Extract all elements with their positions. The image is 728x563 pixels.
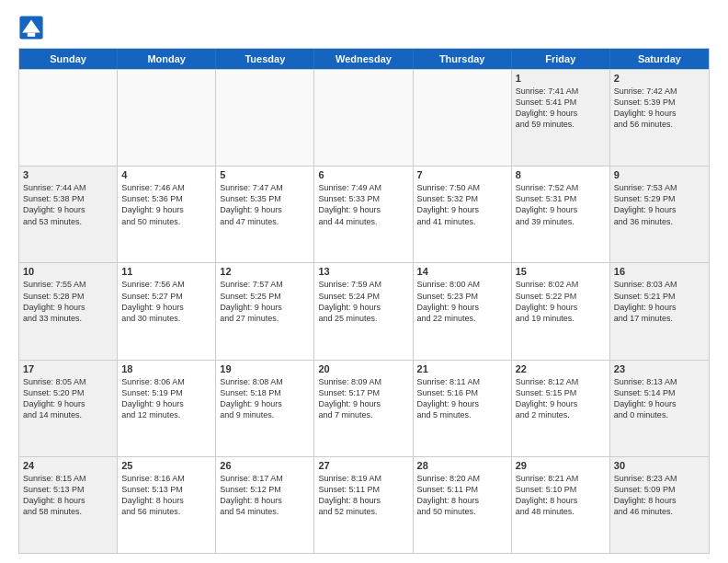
cell-info-line: Sunrise: 7:52 AM <box>516 182 606 193</box>
day-cell-12: 12Sunrise: 7:57 AMSunset: 5:25 PMDayligh… <box>216 263 314 359</box>
cell-info-line: and 14 minutes. <box>23 409 113 420</box>
day-cell-20: 20Sunrise: 8:09 AMSunset: 5:17 PMDayligh… <box>314 361 413 456</box>
day-number: 10 <box>23 266 113 277</box>
cell-info-line: and 39 minutes. <box>516 216 606 227</box>
cell-info-line: Sunrise: 7:59 AM <box>318 279 408 290</box>
cell-info-line: Daylight: 9 hours <box>318 302 408 313</box>
cell-info-line: Sunset: 5:20 PM <box>23 387 113 398</box>
day-number: 27 <box>318 460 408 471</box>
cell-info-line: and 22 minutes. <box>417 313 507 324</box>
svg-rect-2 <box>28 33 35 37</box>
cell-info-line: and 50 minutes. <box>121 216 211 227</box>
cell-info-line: Sunrise: 7:42 AM <box>614 86 705 97</box>
calendar-row-2: 3Sunrise: 7:44 AMSunset: 5:38 PMDaylight… <box>19 166 709 262</box>
cell-info-line: and 27 minutes. <box>220 313 310 324</box>
cell-info-line: Sunrise: 7:57 AM <box>220 279 310 290</box>
day-number: 4 <box>121 169 211 180</box>
day-cell-19: 19Sunrise: 8:08 AMSunset: 5:18 PMDayligh… <box>216 361 314 456</box>
day-cell-10: 10Sunrise: 7:55 AMSunset: 5:28 PMDayligh… <box>19 263 118 359</box>
calendar-row-5: 24Sunrise: 8:15 AMSunset: 5:13 PMDayligh… <box>19 456 709 553</box>
cell-info-line: and 41 minutes. <box>417 216 507 227</box>
empty-cell <box>414 70 512 166</box>
cell-info-line: Sunset: 5:12 PM <box>220 484 310 495</box>
day-number: 9 <box>614 169 705 180</box>
cell-info-line: Sunrise: 8:21 AM <box>516 473 606 484</box>
cell-info-line: Sunset: 5:17 PM <box>318 387 408 398</box>
cell-info-line: Sunrise: 7:46 AM <box>121 182 211 193</box>
cell-info-line: Daylight: 9 hours <box>121 302 211 313</box>
cell-info-line: Daylight: 9 hours <box>516 398 606 409</box>
day-cell-25: 25Sunrise: 8:16 AMSunset: 5:13 PMDayligh… <box>118 457 216 553</box>
day-cell-26: 26Sunrise: 8:17 AMSunset: 5:12 PMDayligh… <box>216 457 314 553</box>
day-number: 8 <box>516 169 606 180</box>
cell-info-line: Sunrise: 8:03 AM <box>614 279 705 290</box>
cell-info-line: Daylight: 9 hours <box>318 204 408 215</box>
cell-info-line: and 36 minutes. <box>614 216 705 227</box>
cell-info-line: Sunrise: 7:56 AM <box>121 279 211 290</box>
cell-info-line: Sunset: 5:35 PM <box>220 193 310 204</box>
cell-info-line: Sunset: 5:29 PM <box>614 193 705 204</box>
cell-info-line: and 7 minutes. <box>318 409 408 420</box>
day-number: 14 <box>417 266 507 277</box>
cell-info-line: Sunrise: 7:41 AM <box>516 86 606 97</box>
cell-info-line: Daylight: 9 hours <box>23 302 113 313</box>
empty-cell <box>314 70 413 166</box>
cell-info-line: Sunset: 5:39 PM <box>614 97 705 108</box>
day-cell-17: 17Sunrise: 8:05 AMSunset: 5:20 PMDayligh… <box>19 361 118 456</box>
cell-info-line: Sunrise: 7:55 AM <box>23 279 113 290</box>
cell-info-line: Daylight: 9 hours <box>614 108 705 119</box>
day-number: 29 <box>516 460 606 471</box>
cell-info-line: Sunrise: 8:12 AM <box>516 376 606 387</box>
cell-info-line: Sunrise: 8:23 AM <box>614 473 705 484</box>
day-number: 16 <box>614 266 705 277</box>
day-cell-28: 28Sunrise: 8:20 AMSunset: 5:11 PMDayligh… <box>414 457 512 553</box>
cell-info-line: and 25 minutes. <box>318 313 408 324</box>
day-number: 25 <box>121 460 211 471</box>
day-cell-8: 8Sunrise: 7:52 AMSunset: 5:31 PMDaylight… <box>512 167 610 262</box>
day-number: 17 <box>23 363 113 374</box>
cell-info-line: Daylight: 8 hours <box>516 495 606 506</box>
day-header-sunday: Sunday <box>19 49 118 69</box>
day-header-friday: Friday <box>512 49 610 69</box>
cell-info-line: Sunset: 5:13 PM <box>121 484 211 495</box>
cell-info-line: and 33 minutes. <box>23 313 113 324</box>
day-cell-30: 30Sunrise: 8:23 AMSunset: 5:09 PMDayligh… <box>610 457 709 553</box>
cell-info-line: and 17 minutes. <box>614 313 705 324</box>
cell-info-line: Daylight: 9 hours <box>614 302 705 313</box>
cell-info-line: Daylight: 9 hours <box>614 204 705 215</box>
day-header-monday: Monday <box>118 49 216 69</box>
day-number: 12 <box>220 266 310 277</box>
cell-info-line: Sunrise: 7:44 AM <box>23 182 113 193</box>
cell-info-line: Sunset: 5:09 PM <box>614 484 705 495</box>
day-cell-11: 11Sunrise: 7:56 AMSunset: 5:27 PMDayligh… <box>118 263 216 359</box>
day-number: 1 <box>516 73 606 84</box>
calendar-header: SundayMondayTuesdayWednesdayThursdayFrid… <box>19 49 709 69</box>
day-cell-22: 22Sunrise: 8:12 AMSunset: 5:15 PMDayligh… <box>512 361 610 456</box>
day-number: 23 <box>614 363 705 374</box>
day-cell-21: 21Sunrise: 8:11 AMSunset: 5:16 PMDayligh… <box>414 361 512 456</box>
day-cell-24: 24Sunrise: 8:15 AMSunset: 5:13 PMDayligh… <box>19 457 118 553</box>
cell-info-line: Sunrise: 7:50 AM <box>417 182 507 193</box>
cell-info-line: and 47 minutes. <box>220 216 310 227</box>
cell-info-line: Daylight: 9 hours <box>417 398 507 409</box>
cell-info-line: Sunset: 5:11 PM <box>417 484 507 495</box>
day-number: 7 <box>417 169 507 180</box>
cell-info-line: and 52 minutes. <box>318 506 408 517</box>
day-header-saturday: Saturday <box>610 49 709 69</box>
cell-info-line: Sunrise: 8:11 AM <box>417 376 507 387</box>
day-cell-16: 16Sunrise: 8:03 AMSunset: 5:21 PMDayligh… <box>610 263 709 359</box>
cell-info-line: Sunrise: 8:13 AM <box>614 376 705 387</box>
day-number: 20 <box>318 363 408 374</box>
cell-info-line: Sunrise: 8:02 AM <box>516 279 606 290</box>
cell-info-line: Sunrise: 8:16 AM <box>121 473 211 484</box>
empty-cell <box>19 70 118 166</box>
cell-info-line: Sunset: 5:27 PM <box>121 291 211 302</box>
cell-info-line: and 50 minutes. <box>417 506 507 517</box>
cell-info-line: and 53 minutes. <box>23 216 113 227</box>
cell-info-line: Sunset: 5:31 PM <box>516 193 606 204</box>
cell-info-line: Daylight: 9 hours <box>516 204 606 215</box>
cell-info-line: Sunrise: 8:20 AM <box>417 473 507 484</box>
cell-info-line: Daylight: 8 hours <box>220 495 310 506</box>
cell-info-line: Sunset: 5:21 PM <box>614 291 705 302</box>
day-cell-18: 18Sunrise: 8:06 AMSunset: 5:19 PMDayligh… <box>118 361 216 456</box>
